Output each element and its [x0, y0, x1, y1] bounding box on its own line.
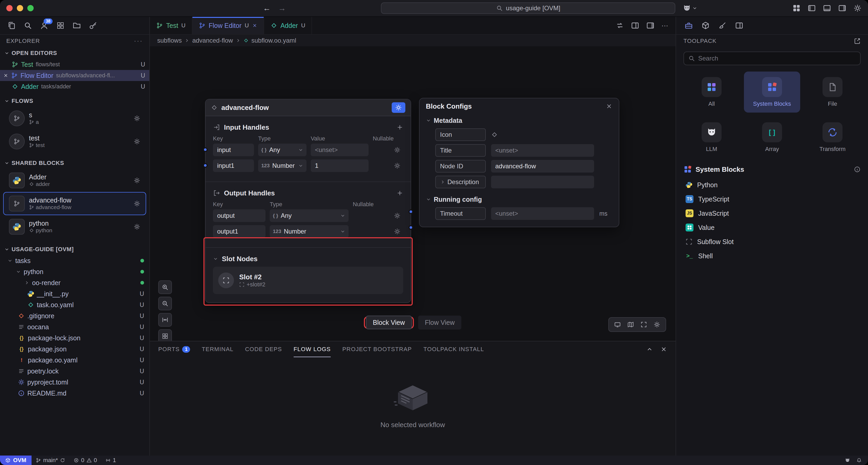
chevron-down-icon[interactable]: [213, 256, 218, 261]
block-item-python[interactable]: Python: [676, 178, 868, 192]
history-back-button[interactable]: ←: [263, 4, 271, 12]
flow-settings-icon[interactable]: [133, 115, 141, 122]
running-config-section-header[interactable]: Running config: [420, 193, 619, 206]
open-editor-flow-editor[interactable]: Flow Editor subflows/advanced-fl... U: [0, 70, 149, 81]
panel-tab-flow-logs[interactable]: FLOW LOGS: [293, 341, 331, 357]
title-input[interactable]: <unset>: [491, 144, 594, 157]
git-branch-status[interactable]: main*: [32, 457, 69, 464]
close-icon[interactable]: [3, 73, 8, 78]
zoom-window-button[interactable]: [27, 5, 34, 11]
project-header[interactable]: USAGE-GUIDE [OVM]: [0, 243, 149, 255]
flow-item-test[interactable]: test test: [3, 130, 146, 153]
flow-settings-icon[interactable]: [133, 138, 141, 145]
problems-status[interactable]: 0 0: [69, 457, 101, 464]
handle-settings-icon[interactable]: [394, 228, 401, 235]
key-icon[interactable]: [89, 21, 97, 30]
shared-blocks-header[interactable]: SHARED BLOCKS: [0, 157, 149, 169]
block-item-value[interactable]: Value: [676, 221, 868, 235]
output-handle-port[interactable]: [408, 209, 413, 214]
flow-item-s[interactable]: s a: [3, 107, 146, 130]
toolpack-card-array[interactable]: [ ] Array: [744, 117, 800, 158]
tree-file-readme-md[interactable]: README.mdU: [0, 388, 149, 399]
icon-value-preview[interactable]: [491, 131, 498, 138]
mascot-cat-icon[interactable]: [845, 458, 850, 463]
toolpack-card-system-blocks[interactable]: System Blocks: [744, 71, 800, 113]
tree-folder-oo-render[interactable]: oo-render: [0, 277, 149, 288]
tree-file-task-oo-yaml[interactable]: task.oo.yamlU: [0, 299, 149, 310]
handle-key-input[interactable]: input1: [213, 159, 254, 172]
node-header[interactable]: advanced-flow: [206, 99, 411, 116]
shared-block-adder[interactable]: Adder adder: [3, 169, 146, 192]
zoom-in-button[interactable]: [158, 280, 172, 294]
flow-view-button[interactable]: Flow View: [418, 316, 461, 329]
breadcrumb-item[interactable]: subflow.oo.yaml: [251, 37, 296, 44]
info-icon[interactable]: [854, 166, 861, 173]
panel-tab-project-bootstrap[interactable]: PROJECT BOOTSTRAP: [342, 341, 412, 357]
block-view-button[interactable]: Block View: [366, 316, 412, 329]
assistant-menu[interactable]: [683, 4, 698, 12]
tree-file-oocana[interactable]: oocanaU: [0, 321, 149, 332]
handle-type-select[interactable]: 123 Number: [270, 225, 348, 238]
output-handle-port[interactable]: [408, 225, 413, 230]
screen-icon[interactable]: [614, 321, 621, 328]
tree-file-init-py[interactable]: __init__.pyU: [0, 288, 149, 299]
tree-file-gitignore[interactable]: .gitignoreU: [0, 310, 149, 321]
toolpack-card-file[interactable]: File: [804, 71, 861, 113]
breadcrumb-item[interactable]: advanced-flow: [192, 37, 233, 44]
add-output-handle-button[interactable]: [396, 190, 403, 197]
block-settings-icon[interactable]: [133, 200, 141, 207]
package-icon[interactable]: [701, 21, 710, 30]
block-settings-icon[interactable]: [133, 177, 141, 184]
bell-icon[interactable]: [857, 458, 862, 463]
open-editor-adder[interactable]: Adder tasks/adder U: [0, 81, 149, 92]
open-toolpack-icon[interactable]: [854, 38, 861, 45]
tree-file-package-json[interactable]: {} package.jsonU: [0, 344, 149, 354]
accounts-icon[interactable]: 38: [40, 21, 49, 30]
add-input-handle-button[interactable]: [396, 124, 403, 131]
layout-columns-icon[interactable]: [646, 21, 655, 30]
close-panel-icon[interactable]: [660, 346, 667, 353]
handle-value-input[interactable]: 1: [311, 159, 369, 172]
input-handle-port[interactable]: [203, 147, 208, 152]
toggle-panel-bottom-icon[interactable]: [823, 4, 831, 12]
panel-tab-terminal[interactable]: TERMINAL: [202, 341, 234, 357]
panel-tab-code-deps[interactable]: CODE DEPS: [245, 341, 282, 357]
breadcrumb-item[interactable]: subflows: [157, 37, 182, 44]
close-icon[interactable]: [606, 103, 613, 110]
explorer-more-button[interactable]: ···: [134, 38, 143, 45]
tab-adder[interactable]: Adder U: [264, 17, 312, 34]
maximize-panel-icon[interactable]: [646, 346, 653, 353]
node-advanced-flow[interactable]: advanced-flow Input Handles Key Type Va: [205, 99, 411, 303]
split-editor-icon[interactable]: [631, 21, 639, 30]
metadata-section-header[interactable]: Metadata: [420, 114, 619, 127]
toggle-sidebar-right-icon[interactable]: [838, 4, 846, 12]
panel-tab-toolpack-install[interactable]: TOOLPACK INSTALL: [424, 341, 484, 357]
flow-canvas[interactable]: advanced-flow Input Handles Key Type Va: [150, 46, 676, 341]
tree-file-pyproject-toml[interactable]: pyproject.tomlU: [0, 377, 149, 388]
tab-flow-editor[interactable]: Flow Editor U: [192, 17, 264, 34]
tree-file-poetry-lock[interactable]: poetry.lockU: [0, 366, 149, 377]
panel-tab-ports[interactable]: PORTS 1: [158, 341, 190, 357]
compare-icon[interactable]: [616, 21, 624, 30]
ports-status[interactable]: 1: [101, 457, 120, 464]
brush-icon[interactable]: [718, 21, 726, 30]
flows-header[interactable]: FLOWS: [0, 95, 149, 107]
tree-folder-python[interactable]: python: [0, 266, 149, 277]
folder-icon[interactable]: [72, 21, 81, 30]
handle-key-input[interactable]: output: [213, 209, 266, 222]
command-center-search[interactable]: usage-guide [OVM]: [381, 2, 675, 14]
zoom-out-button[interactable]: [158, 297, 172, 310]
block-item-javascript[interactable]: JS JavaScript: [676, 206, 868, 221]
fit-view-button[interactable]: [158, 313, 172, 327]
description-input[interactable]: [491, 176, 594, 188]
history-forward-button[interactable]: →: [278, 4, 286, 12]
overview-button[interactable]: [158, 329, 172, 341]
minimize-window-button[interactable]: [17, 5, 23, 11]
node-settings-button[interactable]: [392, 102, 405, 113]
toolpack-search-input[interactable]: Search: [683, 52, 861, 65]
search-icon[interactable]: [24, 21, 32, 30]
handle-type-select[interactable]: 123 Number: [258, 159, 307, 172]
block-settings-icon[interactable]: [133, 223, 141, 230]
shared-block-python[interactable]: python python: [3, 215, 146, 238]
handle-key-input[interactable]: input: [213, 144, 254, 156]
